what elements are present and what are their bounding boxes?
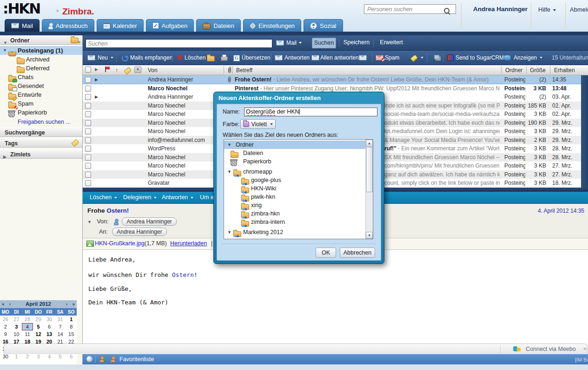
reading-l-schen-button[interactable]: Löschen [90, 192, 117, 203]
tab-adressbuch[interactable]: Adressbuch [42, 19, 94, 32]
flag-column-icon[interactable] [105, 67, 110, 72]
print-icon[interactable] [221, 56, 228, 61]
column-erhalten[interactable]: Erhalten [554, 67, 575, 74]
search-button[interactable]: Suchen [312, 38, 336, 48]
saved-searches-header[interactable]: Suchvorgänge [0, 128, 82, 137]
logout-link[interactable]: Abmelden [570, 6, 588, 13]
scrollbar-thumb[interactable] [366, 147, 373, 192]
mail-row-checkbox[interactable] [85, 137, 91, 145]
calendar-day[interactable]: 29 [33, 316, 44, 323]
forward-icon[interactable]: → [359, 55, 367, 61]
tab-mail[interactable]: Mail [5, 19, 40, 32]
attachment-column-icon[interactable] [227, 67, 232, 75]
move-to-folder-icon[interactable]: ↑ [207, 56, 215, 61]
mail-row-checkbox[interactable] [85, 111, 91, 119]
ok-button[interactable]: OK [316, 248, 336, 258]
calendar-day[interactable]: 6 [44, 323, 55, 330]
tab-sozial[interactable]: Sozial [304, 19, 343, 32]
chevron-down-icon[interactable] [540, 57, 542, 59]
folder-name-input[interactable]: Ostergrüße der HKN [244, 108, 377, 116]
expand-column-icon[interactable]: ▶ [95, 67, 98, 72]
calendar-day[interactable]: 12 [33, 330, 44, 338]
calendar-day[interactable]: 31 [55, 316, 66, 323]
mail-search-input[interactable] [86, 39, 272, 48]
list-scrollbar[interactable] [581, 75, 588, 188]
calendar-prev-year-icon[interactable]: « [2, 300, 5, 308]
calendar-day[interactable]: 10 [11, 330, 22, 338]
collapse-arrow-icon[interactable]: ▼ [227, 228, 231, 236]
calendar-day[interactable]: 5 [33, 323, 44, 330]
chevron-down-icon[interactable] [111, 57, 113, 59]
calendar-day[interactable]: 30 [44, 316, 55, 323]
view-menu-button[interactable]: Anzeigen [514, 51, 537, 65]
collapse-arrow-icon[interactable]: ▼ [227, 168, 231, 176]
tree-item-zimbra-hkn[interactable]: zimbra-hkn [224, 209, 365, 218]
im-status-orb-icon[interactable] [86, 356, 92, 362]
add-buddy-icon[interactable]: + [99, 356, 104, 362]
mail-row-checkbox[interactable] [85, 155, 91, 162]
priority-column-icon[interactable]: ↑ [115, 67, 118, 74]
tree-scrollbar[interactable]: ▲ ▼ [365, 140, 373, 239]
help-menu[interactable]: Hilfe [538, 6, 556, 13]
tree-item-zimbra-intern[interactable]: zimbra-intern [224, 218, 365, 226]
mail-row-checkbox[interactable] [85, 94, 91, 101]
column-von[interactable]: Von [148, 67, 158, 74]
calendar-day[interactable]: 3 [11, 323, 22, 330]
tree-item-xing[interactable]: xing [224, 201, 365, 209]
calendar-day[interactable]: 9 [0, 330, 11, 338]
sidebar-item-posteingang-1-[interactable]: ▼Posteingang (1) [0, 46, 82, 55]
mail-row-checkbox[interactable] [85, 146, 91, 153]
sidebar-item-deferred[interactable]: Deferred [0, 64, 82, 73]
new-folder-icon[interactable]: + [71, 38, 79, 43]
calendar-day[interactable]: 15 [66, 330, 77, 338]
tag-icon[interactable] [410, 54, 418, 62]
tree-item-piwik-hkn[interactable]: piwik-hkn [224, 193, 365, 201]
tab-aufgaben[interactable]: ✓Aufgaben [146, 19, 194, 32]
calendar-day[interactable]: 26 [0, 316, 11, 323]
tab-einstellungen[interactable]: Einstellungen [243, 19, 301, 32]
find-shares-link[interactable]: Freigaben suchen ... [18, 119, 71, 125]
buddy-list-icon[interactable] [111, 356, 115, 362]
sidebar-item-chats[interactable]: Chats [0, 73, 82, 81]
sidebar-item-entw-rfe[interactable]: Entwürfe [0, 90, 82, 99]
tree-item-hkn-wiki[interactable]: HKN-Wiki [224, 184, 365, 193]
column-betreff[interactable]: Betreff [236, 67, 252, 74]
calendar-prev-month-icon[interactable]: ‹ [9, 300, 11, 308]
select-all-checkbox[interactable] [85, 67, 91, 74]
zimlets-section-header[interactable]: ▶ Zimlets [0, 149, 82, 159]
people-search-input[interactable] [364, 4, 456, 14]
dialog-title[interactable]: Neuen Aktenkoffer-Ordner erstellen [214, 92, 384, 104]
from-address-bubble[interactable]: Andrea Hanninger [122, 217, 176, 226]
delete-button[interactable]: Löschen [185, 51, 205, 65]
calendar-selected-day[interactable]: 4 [22, 323, 33, 330]
tree-item-marketing-2012[interactable]: ▼Marketing 2012 [224, 228, 365, 236]
favorites-list-label[interactable]: Favoritenliste [119, 356, 154, 363]
calendar-next-month-icon[interactable]: › [66, 300, 67, 308]
expand-conversation-icon[interactable]: ▶ [95, 93, 98, 101]
mail-row-checkbox[interactable] [85, 128, 91, 136]
tag-column-icon[interactable] [124, 67, 132, 75]
reply-button[interactable]: Antworten [284, 51, 310, 65]
cancel-button[interactable]: Abbrechen [340, 248, 375, 258]
mail-row-checkbox[interactable] [85, 103, 91, 110]
tree-item-papierkorb[interactable]: Papierkorb [224, 157, 365, 166]
calendar-day[interactable]: 1 [66, 316, 77, 323]
sidebar-item-spam[interactable]: Spam [0, 99, 82, 108]
search-icon[interactable] [444, 8, 449, 13]
tab-dateien[interactable]: Dateien [196, 19, 241, 32]
attachment-filename-link[interactable]: HKN-Grußkarte.jpg [95, 240, 145, 247]
collapse-bar-icon[interactable]: » [583, 345, 587, 352]
calendar-day[interactable]: 2 [0, 323, 11, 330]
send-to-sugarcrm-button[interactable]: Send to SugarCRM [456, 51, 504, 65]
expand-conversation-icon[interactable]: ▶ [95, 75, 98, 84]
advanced-search-button[interactable]: Erweitert [377, 38, 406, 47]
calendar-day[interactable]: 13 [44, 330, 55, 338]
scroll-up-icon[interactable]: ▲ [366, 140, 373, 147]
new-button[interactable]: Neu [98, 51, 108, 65]
reply-all-button[interactable]: Allen antworten [320, 51, 359, 65]
reading-antworten-button[interactable]: Antworten [162, 192, 193, 203]
folder-color-dropdown[interactable]: Violett [240, 119, 276, 129]
tags-section-header[interactable]: Tags [0, 138, 82, 148]
sidebar-item-archived[interactable]: Archived [0, 55, 82, 64]
new-tag-icon[interactable] [71, 139, 79, 147]
